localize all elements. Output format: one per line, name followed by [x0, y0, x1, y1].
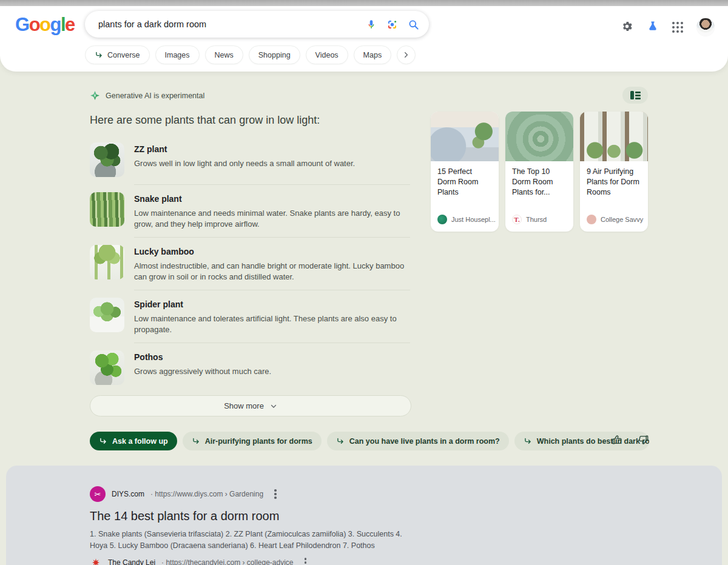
chip-label: Can you have live plants in a dorm room? [349, 437, 500, 446]
converse-arrow-icon [95, 51, 103, 59]
toggle-icon [630, 91, 634, 99]
tab-label: Converse [107, 51, 140, 59]
chevron-down-icon [270, 403, 277, 410]
sge-sparkle-icon [90, 90, 100, 101]
favicon-thursd: T. [512, 215, 522, 224]
list-item[interactable]: ZZ plant Grows well in low light and onl… [90, 135, 410, 184]
favicon-just-houseplants [437, 215, 447, 224]
mic-icon[interactable] [366, 19, 377, 30]
result-site-name[interactable]: DIYS.com [112, 490, 144, 498]
source-card[interactable]: 9 Air Purifying Plants for Dorm Rooms Co… [580, 112, 648, 232]
suggestion-chip[interactable]: Air-purifying plants for dorms [183, 432, 322, 450]
google-lens-icon[interactable] [386, 19, 398, 30]
plant-name: Spider plant [134, 299, 410, 309]
search-tabs: Converse Images News Shopping Videos Map… [85, 45, 416, 64]
tab-images[interactable]: Images [155, 45, 200, 64]
result-url: · https://thecandylei.com › college-advi… [161, 558, 293, 565]
chip-label: Ask a follow up [112, 437, 168, 446]
show-more-button[interactable]: Show more [90, 395, 411, 416]
search-result-partial: The Candy Lei · https://thecandylei.com … [90, 557, 430, 565]
result-title-link[interactable]: The 14 best plants for a dorm room [90, 509, 430, 523]
card-source: Thursd [526, 216, 547, 223]
card-source: College Savvy [601, 216, 643, 223]
plant-thumbnail-spider-plant[interactable] [90, 298, 124, 332]
search-result: ✂ DIYS.com · https://www.diys.com › Gard… [90, 486, 430, 552]
labs-flask-icon[interactable] [647, 20, 659, 35]
followup-arrow-icon [99, 437, 107, 446]
diys-favicon-scissors: ✂ [90, 486, 106, 502]
plant-description: Grows well in low light and only needs a… [134, 158, 355, 169]
chip-label: Air-purifying plants for dorms [205, 437, 312, 446]
plant-thumbnail-zz-plant[interactable] [90, 142, 124, 177]
organic-results-panel: ✂ DIYS.com · https://www.diys.com › Gard… [6, 466, 722, 565]
plant-description: Low maintenance and needs minimal water.… [134, 208, 410, 230]
logo-letter: G [15, 14, 29, 35]
tab-converse[interactable]: Converse [85, 45, 150, 64]
thumbs-down-icon[interactable] [638, 434, 649, 446]
source-card[interactable]: 15 Perfect Dorm Room Plants Just Housepl… [431, 112, 499, 232]
plant-name: Pothos [134, 352, 271, 362]
search-input[interactable] [98, 19, 366, 29]
plant-name: Snake plant [134, 194, 410, 204]
toggle-lines-icon [635, 92, 641, 99]
card-image-dorm-bedroom [431, 112, 499, 161]
candy-lei-favicon [90, 557, 102, 565]
account-avatar[interactable] [696, 18, 715, 36]
result-options-icon[interactable] [303, 557, 308, 565]
plant-description: Almost indestructible, and can handle br… [134, 261, 410, 282]
favicon-college-savvy [587, 215, 596, 224]
google-apps-grid-icon[interactable] [672, 22, 683, 33]
card-title: The Top 10 Dorm Room Plants for... [505, 161, 573, 215]
plant-name: Lucky bamboo [134, 247, 410, 256]
source-card[interactable]: The Top 10 Dorm Room Plants for... T. Th… [505, 112, 573, 232]
tab-label: News [215, 51, 234, 59]
card-title: 9 Air Purifying Plants for Dorm Rooms [580, 161, 648, 215]
list-item[interactable]: Spider plant Low maintenance and tolerat… [90, 290, 410, 343]
ask-follow-up-button[interactable]: Ask a follow up [90, 432, 177, 450]
url-text: https://www.diys.com › Gardening [155, 490, 263, 498]
tab-label: Videos [315, 51, 339, 59]
result-site-name[interactable]: The Candy Lei [108, 558, 155, 565]
logo-letter: l [61, 14, 65, 35]
plant-thumbnail-lucky-bamboo[interactable] [90, 245, 124, 279]
url-text: https://thecandylei.com › college-advice [166, 558, 293, 565]
logo-letter: e [65, 14, 75, 35]
thumbs-up-icon[interactable] [612, 434, 623, 446]
plant-name: ZZ plant [134, 144, 355, 154]
show-more-label: Show more [224, 401, 264, 410]
card-image-window-plants [580, 112, 648, 161]
tab-label: Maps [363, 51, 382, 59]
search-bar[interactable] [85, 11, 429, 38]
suggestion-chip[interactable]: Can you have live plants in a dorm room? [327, 432, 509, 450]
plant-description: Low maintenance and tolerates artificial… [134, 313, 410, 335]
tab-label: Shopping [258, 51, 291, 59]
more-tabs-chevron[interactable] [397, 45, 416, 64]
logo-letter: o [39, 14, 50, 35]
list-item[interactable]: Lucky bamboo Almost indestructible, and … [90, 238, 410, 290]
plant-thumbnail-pothos[interactable] [90, 350, 124, 385]
followup-arrow-icon [336, 437, 345, 446]
settings-gear-icon[interactable] [621, 20, 633, 35]
tab-videos[interactable]: Videos [306, 45, 348, 64]
result-url: · https://www.diys.com › Gardening [150, 490, 263, 498]
plant-thumbnail-snake-plant[interactable] [90, 192, 124, 227]
result-options-icon[interactable] [273, 488, 278, 500]
tab-news[interactable]: News [205, 45, 243, 64]
card-image-succulent [505, 112, 573, 161]
list-item[interactable]: Snake plant Low maintenance and needs mi… [90, 185, 410, 237]
list-item[interactable]: Pothos Grows aggressively without much c… [90, 343, 410, 392]
sge-view-toggle-button[interactable] [622, 87, 648, 104]
google-header: Google [0, 6, 728, 72]
followup-arrow-icon [524, 437, 532, 446]
card-title: 15 Perfect Dorm Room Plants [431, 161, 499, 215]
sge-answer-heading: Here are some plants that can grow in lo… [90, 114, 320, 127]
result-snippet: 1. Snake plants (Sansevieria trifasciata… [90, 529, 411, 552]
tab-label: Images [165, 51, 190, 59]
search-icon[interactable] [408, 19, 419, 30]
sge-ai-section: Generative AI is experimental Here are s… [0, 72, 728, 466]
google-logo[interactable]: Google [15, 14, 75, 36]
tab-shopping[interactable]: Shopping [249, 45, 300, 64]
source-card-carousel: 15 Perfect Dorm Room Plants Just Housepl… [431, 112, 648, 232]
followup-arrow-icon [192, 437, 200, 446]
tab-maps[interactable]: Maps [354, 45, 392, 64]
